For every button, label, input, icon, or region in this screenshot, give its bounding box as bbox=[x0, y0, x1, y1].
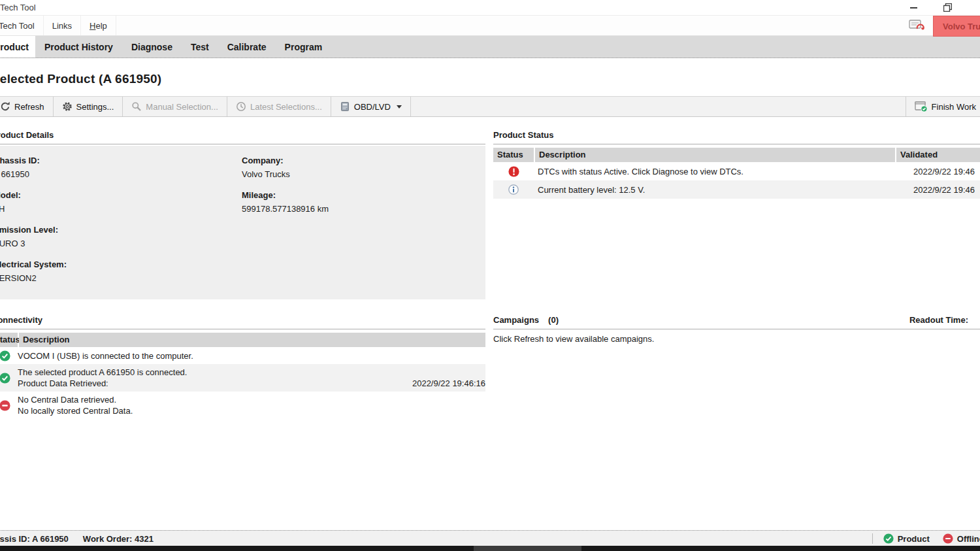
list-item[interactable]: The selected product A 661950 is connect… bbox=[0, 364, 485, 392]
status-description: DTCs with status Active. Click Diagnose … bbox=[534, 167, 896, 176]
statusbar-offline-label: Offline bbox=[957, 534, 980, 544]
toolbar: Refresh Settings... Manual Selection... … bbox=[0, 96, 980, 117]
tab-product[interactable]: Product bbox=[0, 36, 35, 58]
magnifier-icon bbox=[131, 101, 142, 112]
mileage-label: Mileage: bbox=[242, 189, 485, 202]
document-icon bbox=[340, 101, 350, 112]
connectivity-section: Connectivity Status Description VOCOM I … bbox=[0, 315, 485, 419]
list-item[interactable]: VOCOM I (USB) is connected to the comput… bbox=[0, 347, 485, 364]
company-label: Company: bbox=[242, 154, 485, 167]
statusbar-work-order: Work Order: 4321 bbox=[83, 534, 154, 544]
tab-program[interactable]: Program bbox=[276, 36, 332, 58]
menu-help[interactable]: Help bbox=[81, 16, 116, 35]
latest-selections-button[interactable]: Latest Selections... bbox=[227, 97, 331, 116]
finish-work-icon bbox=[915, 101, 928, 112]
minimize-icon bbox=[910, 7, 917, 8]
blocked-icon bbox=[0, 400, 10, 411]
tech-tool-window: Tech Tool Tech Tool Links Help Volvo Tru… bbox=[0, 0, 980, 551]
product-status-table: Status Description Validated DTCs with s… bbox=[493, 148, 980, 199]
status-bar: Chassis ID: A 661950 Work Order: 4321 Pr… bbox=[0, 530, 980, 546]
tab-diagnose[interactable]: Diagnose bbox=[122, 36, 182, 58]
product-details-title: Product Details bbox=[0, 130, 485, 144]
settings-button[interactable]: Settings... bbox=[54, 97, 123, 116]
col-validated: Validated bbox=[896, 148, 980, 162]
communication-tool-button[interactable] bbox=[909, 19, 924, 34]
clock-icon bbox=[236, 101, 246, 112]
connectivity-line1: VOCOM I (USB) is connected to the comput… bbox=[18, 350, 485, 361]
statusbar-product-label: Product bbox=[898, 534, 930, 544]
refresh-button[interactable]: Refresh bbox=[0, 97, 54, 116]
chassis-id-label: Chassis ID: bbox=[0, 154, 242, 167]
connectivity-title: Connectivity bbox=[0, 315, 485, 329]
restore-button[interactable] bbox=[936, 1, 958, 14]
info-icon bbox=[508, 184, 519, 195]
product-details-section: Product Details Chassis ID: A 661950 Com… bbox=[0, 130, 485, 303]
connectivity-header: Status Description bbox=[0, 333, 485, 347]
chassis-id-value: A 661950 bbox=[0, 167, 242, 181]
restore-icon bbox=[943, 3, 952, 12]
title-bar: Tech Tool bbox=[0, 0, 980, 16]
page-title: Selected Product (A 661950) bbox=[0, 72, 980, 86]
product-status-header: Status Description Validated bbox=[493, 148, 980, 162]
statusbar-right: Product Offline bbox=[872, 533, 980, 544]
table-row[interactable]: Current battery level: 12.5 V. 2022/9/22… bbox=[493, 180, 980, 199]
menu-tech-tool[interactable]: Tech Tool bbox=[0, 16, 44, 35]
tab-calibrate[interactable]: Calibrate bbox=[218, 36, 276, 58]
window-title: Tech Tool bbox=[0, 3, 36, 12]
electrical-system-value: VERSION2 bbox=[0, 271, 242, 285]
connectivity-line1: The selected product A 661950 is connect… bbox=[18, 367, 485, 378]
col-status: Status bbox=[493, 148, 534, 162]
emission-level-label: Emission Level: bbox=[0, 224, 242, 237]
error-icon bbox=[508, 166, 519, 177]
col-description: Description bbox=[535, 148, 895, 162]
ok-icon bbox=[0, 373, 10, 384]
main-tab-bar: Product Product History Diagnose Test Ca… bbox=[0, 36, 980, 58]
model-value: FH bbox=[0, 202, 242, 216]
campaigns-header: Campaigns (0) Readout Time: bbox=[493, 315, 980, 329]
tab-test[interactable]: Test bbox=[182, 36, 218, 58]
mileage-value: 599178.577138916 km bbox=[242, 202, 485, 216]
product-details-box: Chassis ID: A 661950 Company: Volvo Truc… bbox=[0, 146, 485, 299]
manual-selection-button[interactable]: Manual Selection... bbox=[123, 97, 227, 116]
emission-level-value: EURO 3 bbox=[0, 237, 242, 250]
ok-icon bbox=[0, 350, 10, 361]
taskbar-segment bbox=[474, 546, 581, 551]
connectivity-line2: No locally stored Central Data. bbox=[18, 405, 485, 416]
campaigns-section: Campaigns (0) Readout Time: Click Refres… bbox=[493, 315, 980, 419]
model-label: Model: bbox=[0, 189, 242, 202]
minimize-button[interactable] bbox=[902, 1, 924, 14]
gear-icon bbox=[62, 101, 73, 112]
status-description: Current battery level: 12.5 V. bbox=[534, 185, 896, 195]
list-item[interactable]: No Central Data retrieved. No locally st… bbox=[0, 392, 485, 419]
field-electrical-system: Electrical System: VERSION2 bbox=[0, 258, 242, 285]
mail-icon bbox=[909, 19, 924, 32]
campaigns-title: Campaigns bbox=[493, 315, 539, 325]
status-validated: 2022/9/22 19:46 bbox=[896, 167, 980, 176]
taskbar-sliver[interactable] bbox=[0, 546, 980, 551]
field-emission-level: Emission Level: EURO 3 bbox=[0, 224, 242, 250]
tab-product-history[interactable]: Product History bbox=[35, 36, 122, 58]
statusbar-chassis: Chassis ID: A 661950 bbox=[0, 534, 69, 544]
col-status: Status bbox=[0, 333, 18, 347]
company-value: Volvo Trucks bbox=[242, 167, 485, 181]
ok-icon bbox=[883, 533, 894, 544]
menu-bar: Tech Tool Links Help Volvo Trucks bbox=[0, 16, 980, 36]
obd-lvd-dropdown[interactable]: OBD/LVD bbox=[331, 97, 411, 116]
refresh-icon bbox=[0, 101, 10, 112]
brand-button[interactable]: Volvo Trucks bbox=[933, 16, 980, 37]
table-row[interactable]: DTCs with status Active. Click Diagnose … bbox=[493, 162, 980, 180]
menu-links[interactable]: Links bbox=[44, 16, 81, 35]
field-model: Model: FH bbox=[0, 189, 242, 216]
chevron-down-icon bbox=[397, 105, 402, 109]
product-status-section: Product Status Status Description Valida… bbox=[493, 130, 980, 303]
field-chassis-id: Chassis ID: A 661950 bbox=[0, 154, 242, 181]
campaigns-count: (0) bbox=[548, 315, 559, 325]
campaigns-message: Click Refresh to view available campaign… bbox=[493, 334, 980, 344]
field-company: Company: Volvo Trucks bbox=[242, 154, 485, 181]
connectivity-table: Status Description VOCOM I (USB) is conn… bbox=[0, 333, 485, 419]
finish-work-button[interactable]: Finish Work bbox=[906, 97, 980, 116]
status-validated: 2022/9/22 19:46 bbox=[896, 185, 980, 195]
connectivity-line2: Product Data Retrieved: bbox=[18, 378, 108, 389]
main-content: Product Details Chassis ID: A 661950 Com… bbox=[0, 130, 980, 419]
blocked-icon bbox=[943, 533, 953, 544]
